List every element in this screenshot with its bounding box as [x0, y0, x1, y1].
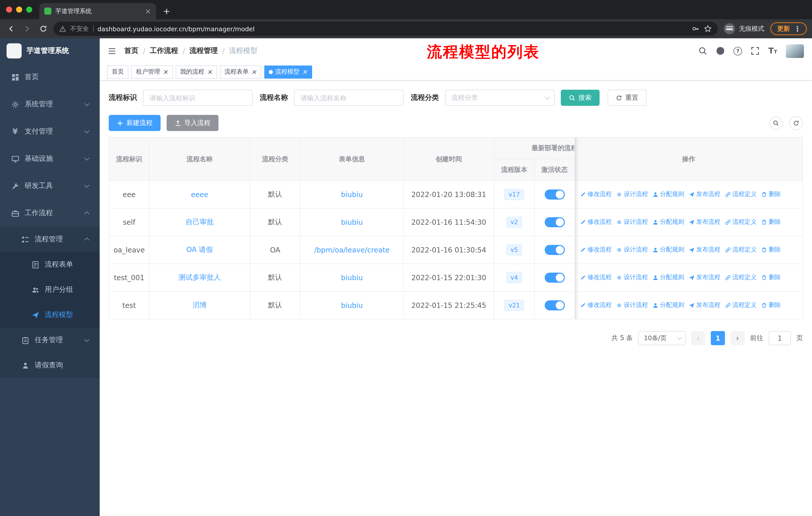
active-toggle[interactable]	[545, 245, 564, 255]
tag-item[interactable]: 我的流程×	[176, 65, 217, 78]
sidebar-item-home[interactable]: 首页	[0, 63, 100, 91]
minimize-window-button[interactable]	[16, 6, 22, 12]
help-icon[interactable]	[734, 47, 742, 55]
search-icon[interactable]	[698, 46, 707, 55]
cell-form-info[interactable]: /bpm/oa/leave/create	[300, 236, 404, 264]
action-delete[interactable]: 删除	[761, 190, 781, 199]
tag-active[interactable]: 流程模型×	[264, 65, 312, 78]
create-process-button[interactable]: 新建流程	[109, 115, 161, 131]
action-assign-rules[interactable]: 分配规则	[652, 218, 684, 226]
tag-item[interactable]: 租户管理×	[132, 65, 173, 78]
action-edit[interactable]: 修改流程	[580, 301, 612, 310]
goto-page-input[interactable]	[769, 331, 791, 345]
version-tag[interactable]: v4	[506, 272, 522, 283]
action-assign-rules[interactable]: 分配规则	[652, 273, 684, 282]
cell-form-info[interactable]: biubiu	[300, 181, 404, 208]
breadcrumb-home[interactable]: 首页	[124, 46, 139, 55]
password-key-icon[interactable]	[692, 25, 700, 33]
font-size-icon[interactable]: TT	[768, 47, 778, 55]
fullscreen-icon[interactable]	[751, 46, 760, 55]
reload-button[interactable]	[37, 23, 49, 35]
action-definition[interactable]: 流程定义	[725, 218, 757, 226]
action-delete[interactable]: 删除	[761, 273, 781, 282]
action-edit[interactable]: 修改流程	[580, 273, 612, 282]
active-toggle[interactable]	[545, 217, 564, 227]
sidebar-item-workflow[interactable]: 工作流程	[0, 199, 100, 227]
bookmark-star-icon[interactable]	[704, 25, 712, 33]
new-tab-button[interactable]: +	[160, 4, 173, 18]
action-publish[interactable]: 发布流程	[689, 273, 720, 282]
tag-close-icon[interactable]: ×	[251, 69, 257, 75]
version-tag[interactable]: v21	[505, 300, 524, 311]
cell-form-info[interactable]: biubiu	[300, 208, 404, 236]
active-toggle[interactable]	[545, 189, 564, 199]
action-publish[interactable]: 发布流程	[689, 246, 720, 254]
action-definition[interactable]: 流程定义	[725, 301, 757, 310]
collapse-sidebar-icon[interactable]	[108, 47, 116, 55]
category-select[interactable]: 流程分类	[445, 90, 555, 106]
github-icon[interactable]	[716, 46, 725, 55]
action-edit[interactable]: 修改流程	[580, 190, 612, 199]
action-assign-rules[interactable]: 分配规则	[652, 190, 684, 199]
sidebar-item-infrastructure[interactable]: 基础设施	[0, 145, 100, 172]
active-toggle[interactable]	[545, 300, 564, 310]
action-assign-rules[interactable]: 分配规则	[652, 301, 684, 310]
page-size-select[interactable]: 10条/页	[638, 331, 686, 345]
cell-process-name[interactable]: OA 请假	[149, 236, 250, 264]
search-button[interactable]: 搜索	[561, 90, 600, 106]
cell-process-name[interactable]: 滔博	[149, 292, 250, 319]
version-tag[interactable]: v17	[505, 189, 524, 200]
action-delete[interactable]: 删除	[761, 301, 781, 310]
action-design[interactable]: 设计流程	[616, 246, 648, 254]
sidebar-item-system[interactable]: 系统管理	[0, 91, 100, 118]
back-button[interactable]	[5, 23, 17, 35]
address-bar[interactable]: 不安全 dashboard.yudao.iocoder.cn/bpm/manag…	[53, 22, 718, 36]
sidebar-item-process-form[interactable]: 流程表单	[0, 252, 100, 277]
import-process-button[interactable]: 导入流程	[167, 115, 219, 131]
action-assign-rules[interactable]: 分配规则	[652, 246, 684, 254]
sidebar-item-dev-tools[interactable]: 研发工具	[0, 172, 100, 199]
breadcrumb-process-management[interactable]: 流程管理	[190, 46, 218, 55]
refresh-table-button[interactable]	[789, 116, 803, 130]
breadcrumb-workflow[interactable]: 工作流程	[150, 46, 178, 55]
browser-menu-kebab-icon[interactable]	[794, 25, 801, 33]
action-design[interactable]: 设计流程	[616, 190, 648, 199]
tag-close-icon[interactable]: ×	[163, 69, 168, 75]
tag-item[interactable]: 首页	[107, 65, 128, 78]
active-toggle[interactable]	[545, 273, 564, 283]
action-definition[interactable]: 流程定义	[725, 273, 757, 282]
sidebar-item-payment[interactable]: ¥ 支付管理	[0, 118, 100, 145]
maximize-window-button[interactable]	[26, 6, 32, 12]
sidebar-item-leave-query[interactable]: 请假查询	[0, 353, 100, 378]
action-publish[interactable]: 发布流程	[689, 190, 720, 199]
action-edit[interactable]: 修改流程	[580, 246, 612, 254]
tag-close-icon[interactable]: ×	[302, 69, 307, 75]
close-window-button[interactable]	[6, 6, 12, 12]
tag-close-icon[interactable]: ×	[207, 69, 212, 75]
reset-button[interactable]: 重置	[608, 90, 646, 106]
action-design[interactable]: 设计流程	[616, 218, 648, 226]
action-design[interactable]: 设计流程	[616, 301, 648, 310]
cell-form-info[interactable]: biubiu	[300, 292, 404, 319]
version-tag[interactable]: v2	[506, 217, 522, 228]
action-publish[interactable]: 发布流程	[689, 301, 720, 310]
tab-close-icon[interactable]: ×	[145, 7, 151, 15]
next-page-button[interactable]	[730, 331, 745, 345]
process-key-input[interactable]	[143, 90, 253, 106]
forward-button[interactable]	[21, 23, 33, 35]
cell-process-name[interactable]: eeee	[149, 181, 250, 208]
cell-form-info[interactable]: biubiu	[300, 264, 404, 292]
sidebar-item-process-model[interactable]: 流程模型	[0, 302, 100, 328]
tag-item[interactable]: 流程表单×	[220, 65, 261, 78]
process-name-input[interactable]	[294, 90, 404, 106]
show-search-button[interactable]	[769, 116, 783, 130]
current-page-button[interactable]: 1	[711, 331, 725, 345]
sidebar-item-process-management[interactable]: 流程管理	[0, 227, 100, 252]
user-avatar[interactable]	[786, 44, 804, 58]
action-delete[interactable]: 删除	[761, 246, 781, 254]
action-design[interactable]: 设计流程	[616, 273, 648, 282]
action-delete[interactable]: 删除	[761, 218, 781, 226]
action-definition[interactable]: 流程定义	[725, 190, 757, 199]
action-edit[interactable]: 修改流程	[580, 218, 612, 226]
version-tag[interactable]: v5	[506, 244, 522, 256]
